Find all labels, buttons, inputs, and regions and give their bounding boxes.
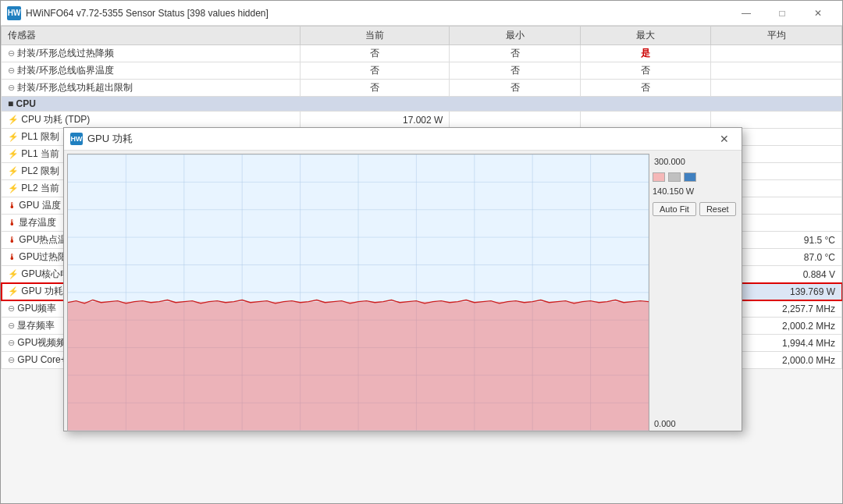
restore-button[interactable]: □ xyxy=(764,1,800,26)
app-icon: HW xyxy=(7,6,21,20)
lightning-icon xyxy=(8,268,19,279)
avg-val xyxy=(711,112,842,129)
section-header-row: ■ CPU xyxy=(2,97,842,112)
svg-rect-22 xyxy=(68,302,649,431)
chart-legend xyxy=(653,172,738,182)
min-val xyxy=(450,112,581,129)
lightning-icon xyxy=(8,286,19,296)
minus-icon xyxy=(8,303,15,314)
legend-box-gray xyxy=(668,172,681,182)
current-val: 17.002 W xyxy=(300,112,449,129)
lightning-icon xyxy=(8,165,19,176)
col-header-current: 当前 xyxy=(300,27,449,45)
chart-top-label: 300.000 xyxy=(653,157,738,166)
col-header-min: 最小 xyxy=(450,27,581,45)
popup-body: 300.000 140.150 W Auto Fit Reset xyxy=(64,151,742,435)
current-val: 否 xyxy=(300,45,449,62)
minus-icon xyxy=(8,82,15,93)
minus-icon xyxy=(8,337,15,348)
chart-controls: 300.000 140.150 W Auto Fit Reset xyxy=(653,154,738,431)
col-header-max: 最大 xyxy=(580,27,711,45)
table-row: 封装/环形总线临界温度 否 否 否 xyxy=(2,62,842,80)
chart-button-row: Auto Fit Reset xyxy=(653,202,738,216)
thermo-icon: 🌡 xyxy=(8,252,16,261)
min-val: 否 xyxy=(450,80,581,97)
popup-close-button[interactable]: ✕ xyxy=(713,128,735,150)
col-header-avg: 平均 xyxy=(711,27,842,45)
chart-area xyxy=(67,154,649,431)
content-area: 传感器 当前 最小 最大 平均 封装/环形总线过热降频 否 否 是 xyxy=(1,26,842,503)
sensor-label: 封装/环形总线过热降频 xyxy=(2,45,301,62)
minimize-button[interactable]: — xyxy=(728,1,764,26)
thermo-icon: 🌡 xyxy=(8,201,16,210)
max-val xyxy=(580,112,711,129)
legend-box-pink xyxy=(653,172,665,182)
close-button[interactable]: ✕ xyxy=(800,1,836,26)
avg-val xyxy=(711,62,842,80)
max-val: 否 xyxy=(580,80,711,97)
main-window: HW HWiNFO64 v7.72-5355 Sensor Status [39… xyxy=(0,0,843,504)
lightning-icon xyxy=(8,131,19,142)
chart-bottom-label: 0.000 xyxy=(653,419,738,428)
gpu-power-popup: HW GPU 功耗 ✕ xyxy=(63,127,742,431)
current-val: 否 xyxy=(300,80,449,97)
reset-button[interactable]: Reset xyxy=(699,202,736,216)
lightning-icon xyxy=(8,183,19,193)
window-title: HWiNFO64 v7.72-5355 Sensor Status [398 v… xyxy=(26,8,269,19)
col-header-sensor: 传感器 xyxy=(2,27,301,45)
chart-mid-label: 140.150 W xyxy=(653,186,738,196)
max-val: 是 xyxy=(580,45,711,62)
thermo-icon: 🌡 xyxy=(8,235,16,244)
max-val: 否 xyxy=(580,62,711,80)
lightning-icon xyxy=(8,148,19,159)
popup-app-icon: HW xyxy=(70,133,83,145)
title-bar-left: HW HWiNFO64 v7.72-5355 Sensor Status [39… xyxy=(7,6,269,20)
sensor-label: CPU 功耗 (TDP) xyxy=(2,112,301,129)
table-row: 封装/环形总线功耗超出限制 否 否 否 xyxy=(2,80,842,97)
current-val: 否 xyxy=(300,62,449,80)
sensor-label: 封装/环形总线功耗超出限制 xyxy=(2,80,301,97)
legend-box-blue xyxy=(684,172,696,182)
avg-val xyxy=(711,80,842,97)
thermo-icon: 🌡 xyxy=(8,218,16,227)
title-bar: HW HWiNFO64 v7.72-5355 Sensor Status [39… xyxy=(1,1,842,26)
popup-title-left: HW GPU 功耗 xyxy=(70,132,133,146)
gpu-power-chart xyxy=(68,154,649,431)
minus-icon xyxy=(8,320,15,331)
sensor-label: 封装/环形总线临界温度 xyxy=(2,62,301,80)
min-val: 否 xyxy=(450,45,581,62)
section-header-cpu: ■ CPU xyxy=(2,97,842,112)
minus-icon xyxy=(8,354,15,365)
minus-icon xyxy=(8,48,15,59)
auto-fit-button[interactable]: Auto Fit xyxy=(653,202,696,216)
minus-icon xyxy=(8,65,15,76)
table-row: CPU 功耗 (TDP) 17.002 W xyxy=(2,112,842,129)
title-bar-controls: — □ ✕ xyxy=(728,1,836,26)
table-row: 封装/环形总线过热降频 否 否 是 xyxy=(2,45,842,62)
min-val: 否 xyxy=(450,62,581,80)
lightning-icon xyxy=(8,114,19,125)
avg-val xyxy=(711,45,842,62)
popup-title-bar: HW GPU 功耗 ✕ xyxy=(64,128,742,151)
popup-title-text: GPU 功耗 xyxy=(87,132,133,146)
